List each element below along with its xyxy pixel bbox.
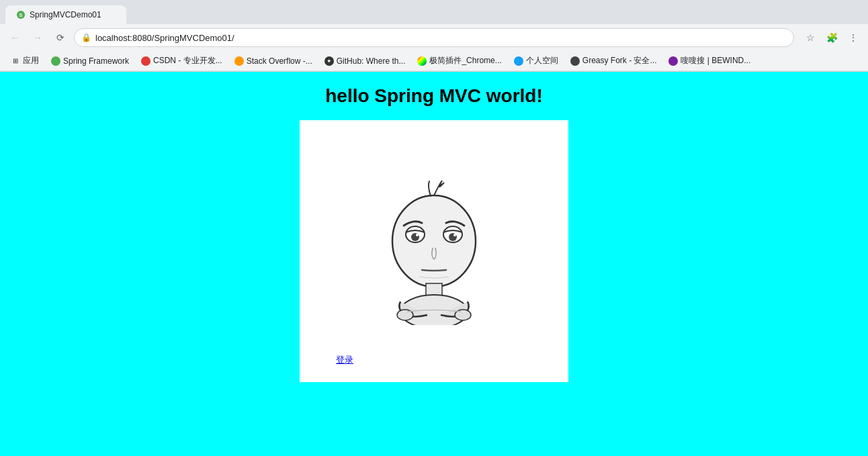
spring-favicon (51, 56, 60, 66)
bookmark-greasyfork[interactable]: Greasy Fork - 安全... (565, 54, 662, 68)
svg-point-2 (392, 195, 476, 287)
github-favicon: ✦ (324, 56, 334, 66)
personal-favicon: 🌐 (514, 56, 523, 66)
svg-text:S: S (19, 12, 23, 18)
extension-puzzle-button[interactable]: 🧩 (822, 28, 841, 47)
bookmark-label: 嗖嗖搜 | BEWIND... (681, 55, 750, 66)
login-link[interactable]: 登录 (336, 354, 353, 366)
bookmark-jijian[interactable]: 极简插件_Chrome... (412, 54, 507, 68)
tab-favicon: S (16, 10, 26, 19)
bookmark-label: GitHub: Where th... (337, 56, 406, 66)
lock-icon: 🔒 (81, 33, 91, 42)
address-bar[interactable]: 🔒 localhost:8080/SpringMVCDemo01/ (74, 28, 794, 47)
bookmark-label: Greasy Fork - 安全... (582, 55, 657, 66)
apps-icon: ⊞ (11, 56, 20, 66)
tab-bar: S SpringMVCDemo01 (0, 0, 868, 24)
bookmark-label: Spring Framework (63, 56, 129, 66)
stackoverflow-favicon (234, 56, 244, 66)
back-button[interactable]: ← (5, 28, 24, 47)
bookmark-label: 应用 (23, 55, 39, 66)
page-title: hello Spring MVC world! (325, 85, 543, 107)
bookmarks-bar: ⊞ 应用 Spring Framework CSDN - 专业开发... Sta… (0, 51, 868, 71)
forward-button[interactable]: → (28, 28, 47, 47)
bookmark-github[interactable]: ✦ GitHub: Where th... (319, 55, 411, 67)
browser-chrome: S SpringMVCDemo01 ← → ⟳ 🔒 localhost:8080… (0, 0, 868, 72)
sousou-favicon (668, 56, 678, 66)
jijian-favicon (417, 56, 427, 66)
bookmark-sousou[interactable]: 嗖嗖搜 | BEWIND... (663, 54, 756, 68)
active-tab[interactable]: S SpringMVCDemo01 (5, 5, 126, 24)
bookmark-stackoverflow[interactable]: Stack Overflow -... (229, 55, 318, 67)
greasyfork-favicon (570, 56, 580, 66)
address-bar-row: ← → ⟳ 🔒 localhost:8080/SpringMVCDemo01/ … (0, 24, 868, 51)
svg-point-5 (416, 234, 419, 236)
image-card (300, 120, 568, 382)
bookmark-label: Stack Overflow -... (247, 56, 312, 66)
browser-actions: ☆ 🧩 ⋮ (801, 28, 863, 47)
bookmark-csdn[interactable]: CSDN - 专业开发... (136, 54, 228, 68)
profile-button[interactable]: ⋮ (844, 28, 863, 47)
csdn-favicon (141, 56, 150, 66)
bookmark-star-button[interactable]: ☆ (801, 28, 820, 47)
bookmark-label: 极简插件_Chrome... (429, 55, 501, 66)
tab-title: SpringMVCDemo01 (30, 10, 101, 19)
bookmark-label: CSDN - 专业开发... (153, 55, 222, 66)
reload-button[interactable]: ⟳ (51, 28, 70, 47)
bookmark-label: 个人空间 (526, 55, 558, 66)
bookmark-apps[interactable]: ⊞ 应用 (5, 54, 44, 68)
page-content: hello Spring MVC world! (0, 72, 868, 456)
address-text: localhost:8080/SpringMVCDemo01/ (95, 33, 234, 43)
svg-point-8 (453, 234, 456, 236)
meme-image (367, 177, 501, 325)
bookmark-spring[interactable]: Spring Framework (46, 55, 134, 67)
bookmark-personal[interactable]: 🌐 个人空间 (509, 54, 564, 68)
